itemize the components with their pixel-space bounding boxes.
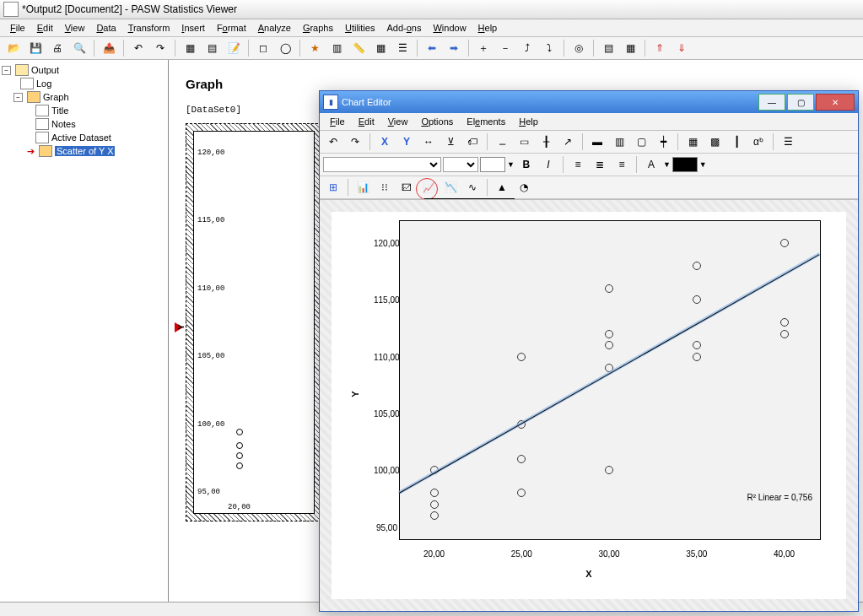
- scatter-thumbnail[interactable]: Y 120,00115,00110,00105,00100,0095,0020,…: [186, 123, 322, 521]
- menu-addons[interactable]: Add-ons: [381, 21, 426, 35]
- ce-redo-icon[interactable]: ↷: [345, 132, 365, 152]
- menu-analyze[interactable]: Analyze: [253, 21, 296, 35]
- ce-menu-edit[interactable]: Edit: [353, 115, 380, 128]
- tree-active[interactable]: Active Dataset: [51, 132, 111, 143]
- tree-expander-icon[interactable]: −: [2, 66, 11, 75]
- data-point[interactable]: [430, 511, 439, 520]
- output-tree[interactable]: −Output Log −Graph Title Notes Active Da…: [0, 60, 169, 602]
- font-size-select[interactable]: [443, 157, 478, 172]
- expand-down-icon[interactable]: ⤵: [539, 38, 559, 58]
- preview-icon[interactable]: 🔍: [69, 38, 89, 58]
- ce-menu-options[interactable]: Options: [416, 115, 458, 128]
- linestyle-icon[interactable]: ┃: [726, 132, 747, 152]
- menu-window[interactable]: Window: [428, 21, 471, 35]
- annotation-icon[interactable]: αᵇ: [748, 132, 769, 152]
- collapse-icon[interactable]: －: [495, 38, 515, 58]
- data-point[interactable]: [693, 341, 701, 349]
- tree-log[interactable]: Log: [36, 78, 51, 89]
- menu-format[interactable]: Format: [212, 21, 251, 35]
- data-point[interactable]: [605, 341, 613, 349]
- data-point[interactable]: [517, 353, 526, 361]
- undo-icon[interactable]: ↶: [128, 38, 148, 58]
- ce-menu-view[interactable]: View: [383, 115, 413, 128]
- expand-up-icon[interactable]: ⤴: [517, 38, 537, 58]
- italic-button[interactable]: I: [538, 154, 558, 175]
- text-color-icon[interactable]: A: [641, 154, 661, 175]
- data-point[interactable]: [605, 330, 613, 338]
- fill-color-swatch[interactable]: [480, 157, 505, 172]
- interpolation-icon[interactable]: ∿: [462, 177, 483, 197]
- refline-icon[interactable]: ╂: [536, 132, 556, 152]
- tree-graph[interactable]: Graph: [43, 92, 69, 102]
- align-right-icon[interactable]: ≡: [612, 154, 632, 175]
- menu-utilities[interactable]: Utilities: [340, 21, 380, 35]
- expand-icon[interactable]: ＋: [473, 38, 494, 58]
- bar-chart-icon[interactable]: 📊: [353, 177, 373, 197]
- ce-menu-help[interactable]: Help: [514, 115, 543, 128]
- chart-editor-titlebar[interactable]: ▮ Chart Editor — ▢ ✕: [320, 91, 858, 113]
- tree-root[interactable]: Output: [31, 65, 59, 75]
- tree-expander-graph-icon[interactable]: −: [13, 93, 23, 102]
- bold-button[interactable]: B: [516, 154, 537, 175]
- label-icon[interactable]: 🏷: [462, 132, 483, 152]
- tree-notes[interactable]: Notes: [51, 119, 76, 129]
- export-icon[interactable]: 📤: [99, 38, 119, 58]
- promote-icon[interactable]: ⇑: [650, 38, 670, 58]
- data-point[interactable]: [780, 318, 789, 327]
- y-icon[interactable]: Y: [396, 132, 417, 152]
- star-icon[interactable]: ★: [305, 38, 325, 58]
- line-icon[interactable]: ⎽: [492, 132, 512, 152]
- data-point[interactable]: [430, 489, 439, 497]
- tree-title[interactable]: Title: [51, 105, 68, 116]
- arrow-left-icon[interactable]: ⬅: [422, 38, 442, 58]
- ce-menu-elements[interactable]: Elements: [461, 115, 510, 128]
- menu-graphs[interactable]: Graphs: [298, 21, 338, 35]
- xy-icon[interactable]: X: [375, 132, 395, 152]
- ruler-icon[interactable]: 📏: [348, 38, 369, 58]
- fit-line-total-icon[interactable]: 📈: [418, 177, 439, 197]
- data-point[interactable]: [517, 489, 526, 497]
- menu-file[interactable]: File: [5, 21, 30, 35]
- axis-icon[interactable]: ⊻: [440, 132, 461, 152]
- demote-icon[interactable]: ⇓: [672, 38, 692, 58]
- font-family-select[interactable]: [323, 157, 441, 172]
- pivot-icon[interactable]: ▦: [620, 38, 640, 58]
- minimize-button[interactable]: —: [758, 94, 785, 111]
- legend-icon[interactable]: ☰: [778, 132, 798, 152]
- menu-transform[interactable]: Transform: [123, 21, 175, 35]
- histo-icon[interactable]: ▥: [609, 132, 629, 152]
- ce-menu-file[interactable]: File: [325, 115, 350, 128]
- outline-icon[interactable]: ▤: [598, 38, 618, 58]
- goto-icon[interactable]: ▦: [180, 38, 200, 58]
- data-point[interactable]: [693, 295, 701, 304]
- menu-data[interactable]: Data: [91, 21, 121, 35]
- transpose-icon[interactable]: ↔: [418, 132, 439, 152]
- data-point[interactable]: [780, 330, 789, 338]
- save-icon[interactable]: 💾: [25, 38, 46, 58]
- grid-icon[interactable]: ▥: [326, 38, 347, 58]
- area-icon[interactable]: ▬: [587, 132, 607, 152]
- insert-icon[interactable]: ▤: [202, 38, 222, 58]
- fit-line-subgroup-icon[interactable]: 📉: [440, 177, 461, 197]
- target-icon[interactable]: ◎: [569, 38, 589, 58]
- open-icon[interactable]: 📂: [3, 38, 24, 58]
- chart-canvas[interactable]: Y X 95,00100,00105,00110,00115,00120,002…: [332, 212, 846, 599]
- menu-insert[interactable]: Insert: [176, 21, 210, 35]
- dot-chart-icon[interactable]: ⁝⁝: [375, 177, 395, 197]
- data-point[interactable]: [605, 466, 613, 474]
- data-point[interactable]: [430, 500, 439, 509]
- box-icon[interactable]: ▢: [631, 132, 651, 152]
- menu-edit[interactable]: Edit: [32, 21, 58, 35]
- distribution-icon[interactable]: ▲: [492, 177, 512, 197]
- data-point[interactable]: [780, 239, 789, 247]
- area-chart-icon[interactable]: 🗠: [396, 177, 417, 197]
- pie-icon[interactable]: ◔: [514, 177, 534, 197]
- menu-help[interactable]: Help: [473, 21, 503, 35]
- menu-view[interactable]: View: [60, 21, 90, 35]
- trend-icon[interactable]: ↗: [558, 132, 578, 152]
- grid2-icon[interactable]: ▦: [370, 38, 391, 58]
- data-point[interactable]: [693, 262, 701, 270]
- data-point[interactable]: [605, 284, 613, 293]
- redo-icon[interactable]: ↷: [150, 38, 170, 58]
- tree-scatter[interactable]: Scatter of Y X: [55, 146, 115, 156]
